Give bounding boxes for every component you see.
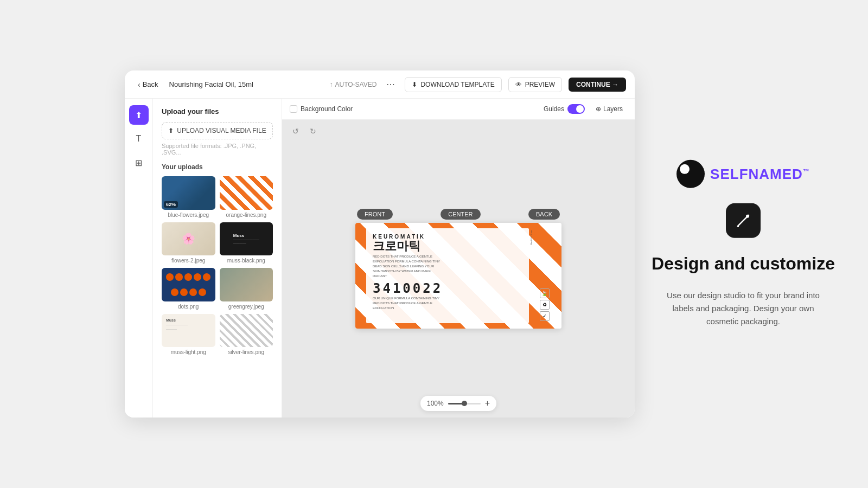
feature-title: Design and customize	[652, 253, 835, 274]
canvas-area: Background Color Guides ⊕ Layers	[282, 99, 635, 418]
upload-thumbnail	[220, 314, 273, 348]
label-container: FRONT CENTER BACK KEUROMATIK	[342, 209, 575, 329]
background-color-option: Background Color	[290, 105, 353, 113]
canvas-viewport[interactable]: ↺ ↻ FRONT CENTER BACK	[282, 120, 635, 418]
upload-name: muss-black.png	[220, 258, 273, 264]
left-panel: Upload your files ⬆ UPLOAD VISUAL MEDIA …	[153, 99, 282, 418]
eye-icon: 👁	[515, 81, 522, 88]
center-tab[interactable]: CENTER	[441, 209, 480, 220]
canvas-toolbar: Background Color Guides ⊕ Layers	[282, 99, 635, 120]
svg-point-0	[746, 215, 749, 218]
label-right-text: 20ml / 0.7 fl. oz	[531, 230, 558, 245]
undo-button[interactable]: ↺	[289, 124, 303, 138]
orange-lines-thumb	[220, 176, 273, 210]
back-tab[interactable]: BACK	[528, 209, 560, 220]
design-icon	[735, 212, 752, 229]
feature-description: Use our design studio to fit your brand …	[662, 289, 825, 328]
silver-lines-thumb	[220, 314, 273, 348]
logo-text: SELFNAMED™	[710, 165, 810, 182]
bg-color-checkbox[interactable]	[290, 105, 297, 113]
project-name: Nourishing Facial Oil, 15ml	[169, 80, 323, 88]
toggle-knob	[576, 105, 584, 113]
autosaved-status: ↑ AUTO-SAVED	[330, 81, 377, 88]
redo-button[interactable]: ↻	[306, 124, 320, 138]
label-content: KEUROMATIK 크로마틱 RED DOTS THAT PRODUCE A …	[366, 228, 529, 323]
guides-toggle: Guides	[544, 104, 585, 114]
tool-elements-button[interactable]: ⊞	[129, 153, 149, 172]
download-template-button[interactable]: ⬇ DOWNLOAD TEMPLATE	[405, 77, 501, 92]
upload-item[interactable]: greengrey.jpeg	[220, 268, 273, 310]
muss-black-thumb: Muss ———————— ————	[220, 222, 273, 256]
canvas-right-options: Guides ⊕ Layers	[544, 103, 627, 115]
upload-name: greengrey.jpeg	[220, 304, 273, 310]
upload-name: blue-flowers.jpeg	[162, 212, 215, 218]
upload-item[interactable]: 62% blue-flowers.jpeg	[162, 176, 215, 218]
upload-name: orange-lines.png	[220, 212, 273, 218]
label-right-panel: 20ml / 0.7 fl. oz 🍃 ♻ ✓	[529, 228, 559, 323]
upload-item[interactable]: orange-lines.png	[220, 176, 273, 218]
back-button[interactable]: ‹ Back	[133, 78, 163, 91]
upload-thumbnail: 62%	[162, 176, 215, 210]
upload-thumbnail	[162, 268, 215, 301]
upload-thumbnail	[220, 176, 273, 210]
upload-thumbnail: Muss ———————— ————	[162, 314, 215, 348]
label-icons: 🍃 ♻ ✓	[531, 288, 558, 321]
app-container: ‹ Back Nourishing Facial Oil, 15ml ↑ AUT…	[125, 70, 635, 418]
panel-title: Upload your files	[162, 107, 273, 115]
zoom-thumb	[462, 401, 467, 406]
tool-text-button[interactable]: T	[129, 129, 149, 149]
main-area: ⬆ T ⊞ Upload your files ⬆ UPLOAD VISUAL …	[125, 99, 635, 418]
feature-icon-box	[726, 203, 761, 238]
flowers2-thumb: 🌸	[162, 222, 215, 256]
zoom-plus-button[interactable]: +	[485, 399, 490, 408]
upload-media-button[interactable]: ⬆ UPLOAD VISUAL MEDIA FILE	[162, 122, 273, 139]
label-icon-2: ♻	[540, 300, 550, 310]
label-subdescription: OUR UNIQUE FORMULA CONTAINING TINY RED D…	[373, 296, 522, 311]
upload-thumbnail	[220, 268, 273, 301]
muss-light-thumb: Muss ———————— ————	[162, 314, 215, 348]
more-button[interactable]: ⋯	[383, 77, 398, 92]
upload-name: dots.png	[162, 304, 215, 310]
tool-upload-button[interactable]: ⬆	[129, 105, 149, 125]
upload-icon: ⬆	[168, 127, 174, 134]
upload-name: muss-light.png	[162, 349, 215, 355]
header: ‹ Back Nourishing Facial Oil, 15ml ↑ AUT…	[125, 70, 635, 99]
preview-button[interactable]: 👁 PREVIEW	[508, 77, 562, 92]
selfnamed-logo: SELFNAMED™	[676, 160, 810, 188]
guides-label: Guides	[544, 105, 564, 113]
right-branding-panel: SELFNAMED™ Design and customize Use our …	[651, 160, 835, 328]
upload-formats: Supported file formats: .JPG, .PNG, .SVG…	[162, 143, 273, 156]
label-artwork[interactable]: KEUROMATIK 크로마틱 RED DOTS THAT PRODUCE A …	[355, 223, 561, 329]
save-icon: ↑	[330, 81, 333, 88]
greengrey-thumb	[220, 268, 273, 301]
continue-button[interactable]: CONTINUE →	[569, 78, 626, 92]
upload-name: silver-lines.png	[220, 349, 273, 355]
guides-toggle-switch[interactable]	[567, 104, 585, 114]
label-wrapper: KEUROMATIK 크로마틱 RED DOTS THAT PRODUCE A …	[342, 223, 575, 329]
upload-item[interactable]: dots.png	[162, 268, 215, 310]
upload-item[interactable]: Muss ———————— ———— muss-light.png	[162, 314, 215, 356]
upload-item[interactable]: Muss ———————— ———— muss-black.png	[220, 222, 273, 264]
upload-thumbnail: 🌸	[162, 222, 215, 256]
back-arrow-icon: ‹	[138, 80, 141, 89]
front-tab[interactable]: FRONT	[357, 209, 393, 220]
left-toolbar: ⬆ T ⊞	[125, 99, 153, 418]
blue-flowers-thumb: 62%	[162, 176, 215, 210]
upload-name: flowers-2.jpeg	[162, 258, 215, 264]
layers-icon: ⊕	[596, 105, 601, 113]
canvas-zoom: 100% +	[420, 396, 496, 411]
zoom-level: 100%	[427, 400, 444, 407]
undo-redo-controls: ↺ ↻	[289, 124, 320, 138]
dots-thumb	[162, 268, 215, 301]
bg-color-label: Background Color	[301, 105, 353, 113]
uploads-section-label: Your uploads	[162, 163, 273, 171]
upload-item[interactable]: silver-lines.png	[220, 314, 273, 356]
upload-thumbnail: Muss ———————— ————	[220, 222, 273, 256]
upload-item[interactable]: 🌸 flowers-2.jpeg	[162, 222, 215, 264]
zoom-slider[interactable]	[448, 403, 481, 404]
logo-circle	[676, 160, 705, 188]
label-description: RED DOTS THAT PRODUCE A GENTLE EXFOLIATI…	[373, 254, 522, 279]
label-icon-3: ✓	[540, 311, 550, 321]
label-tabs-row: FRONT CENTER BACK	[342, 209, 575, 220]
layers-button[interactable]: ⊕ Layers	[591, 103, 627, 115]
